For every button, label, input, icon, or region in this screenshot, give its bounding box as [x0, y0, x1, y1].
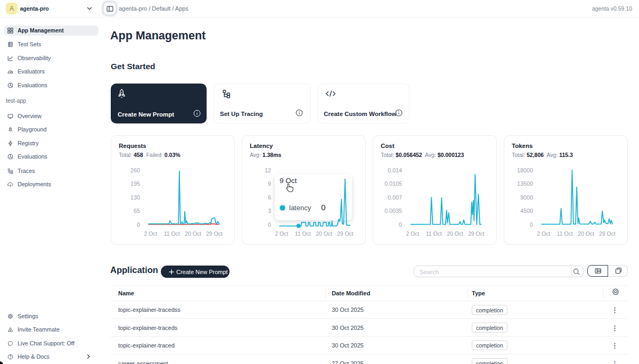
svg-text:11 Oct: 11 Oct	[557, 231, 573, 237]
svg-text:12: 12	[265, 167, 271, 173]
svg-text:260: 260	[130, 167, 140, 173]
svg-text:3: 3	[268, 208, 271, 214]
svg-text:6: 6	[268, 194, 271, 201]
svg-text:20 Oct: 20 Oct	[578, 231, 594, 237]
svg-text:0: 0	[530, 221, 533, 228]
svg-text:0: 0	[268, 221, 271, 228]
svg-text:4500: 4500	[520, 208, 533, 214]
svg-text:0: 0	[399, 221, 402, 228]
svg-text:13500: 13500	[517, 180, 533, 187]
svg-text:65: 65	[134, 208, 140, 214]
svg-text:29 Oct: 29 Oct	[599, 231, 616, 237]
svg-text:20 Oct: 20 Oct	[185, 231, 201, 237]
svg-text:20 Oct: 20 Oct	[316, 231, 332, 237]
svg-text:29 Oct: 29 Oct	[206, 231, 223, 237]
svg-text:11 Oct: 11 Oct	[426, 231, 442, 237]
svg-text:2 Oct: 2 Oct	[144, 231, 157, 237]
svg-text:2 Oct: 2 Oct	[406, 231, 419, 237]
svg-text:11 Oct: 11 Oct	[164, 231, 180, 237]
svg-text:29 Oct: 29 Oct	[468, 231, 485, 237]
svg-text:9000: 9000	[520, 194, 533, 201]
svg-text:0.007: 0.007	[388, 194, 402, 201]
svg-text:0.014: 0.014	[388, 167, 402, 173]
svg-text:11 Oct: 11 Oct	[295, 231, 311, 237]
svg-text:29 Oct: 29 Oct	[337, 231, 354, 237]
svg-text:18000: 18000	[517, 167, 533, 173]
svg-text:0.0035: 0.0035	[384, 208, 402, 214]
svg-text:0: 0	[137, 221, 140, 228]
svg-text:130: 130	[130, 194, 140, 201]
svg-text:20 Oct: 20 Oct	[447, 231, 463, 237]
svg-text:2 Oct: 2 Oct	[537, 231, 550, 237]
svg-text:195: 195	[130, 180, 140, 187]
svg-text:9: 9	[268, 180, 271, 187]
svg-text:2 Oct: 2 Oct	[275, 231, 288, 237]
svg-text:0.0105: 0.0105	[384, 180, 402, 187]
